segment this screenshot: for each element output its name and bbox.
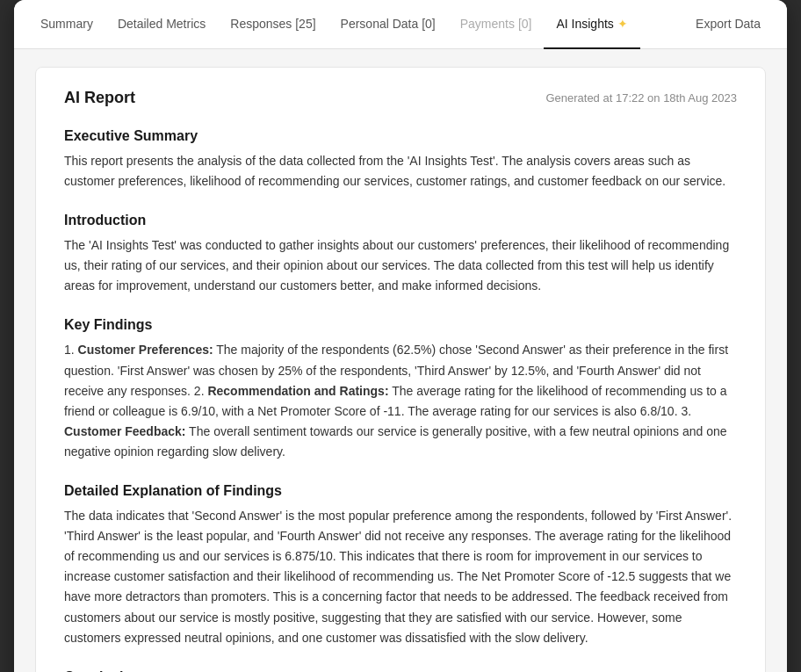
tab-responses[interactable]: Responses [25] bbox=[218, 0, 328, 49]
report-header: AI Report Generated at 17:22 on 18th Aug… bbox=[64, 89, 737, 107]
tab-ai-insights[interactable]: AI Insights ✦ bbox=[544, 0, 639, 49]
section-detailed-explanation: Detailed Explanation of FindingsThe data… bbox=[64, 483, 737, 648]
section-introduction: IntroductionThe 'AI Insights Test' was c… bbox=[64, 213, 737, 296]
section-body-detailed-explanation: The data indicates that 'Second Answer' … bbox=[64, 506, 737, 648]
section-body-key-findings: 1. Customer Preferences: The majority of… bbox=[64, 340, 737, 462]
tab-payments[interactable]: Payments [0] bbox=[448, 0, 545, 49]
section-body-executive-summary: This report presents the analysis of the… bbox=[64, 151, 737, 191]
ai-insights-star-icon: ✦ bbox=[617, 17, 628, 31]
tab-summary[interactable]: Summary bbox=[28, 0, 105, 49]
tab-bar: SummaryDetailed MetricsResponses [25]Per… bbox=[14, 0, 787, 49]
section-executive-summary: Executive SummaryThis report presents th… bbox=[64, 128, 737, 191]
section-key-findings: Key Findings1. Customer Preferences: The… bbox=[64, 317, 737, 462]
app-window: SummaryDetailed MetricsResponses [25]Per… bbox=[14, 0, 787, 672]
main-content: AI Report Generated at 17:22 on 18th Aug… bbox=[14, 49, 787, 672]
report-generated: Generated at 17:22 on 18th Aug 2023 bbox=[545, 91, 737, 105]
report-title: AI Report bbox=[64, 89, 135, 107]
tab-detailed-metrics[interactable]: Detailed Metrics bbox=[105, 0, 218, 49]
section-heading-introduction: Introduction bbox=[64, 213, 737, 228]
tab-personal-data[interactable]: Personal Data [0] bbox=[328, 0, 448, 49]
report-card: AI Report Generated at 17:22 on 18th Aug… bbox=[35, 67, 766, 672]
section-body-introduction: The 'AI Insights Test' was conducted to … bbox=[64, 235, 737, 296]
tab-export-data[interactable]: Export Data bbox=[683, 0, 773, 49]
section-heading-executive-summary: Executive Summary bbox=[64, 128, 737, 144]
sections-container: Executive SummaryThis report presents th… bbox=[64, 128, 737, 672]
section-heading-key-findings: Key Findings bbox=[64, 317, 737, 333]
section-heading-detailed-explanation: Detailed Explanation of Findings bbox=[64, 483, 737, 499]
